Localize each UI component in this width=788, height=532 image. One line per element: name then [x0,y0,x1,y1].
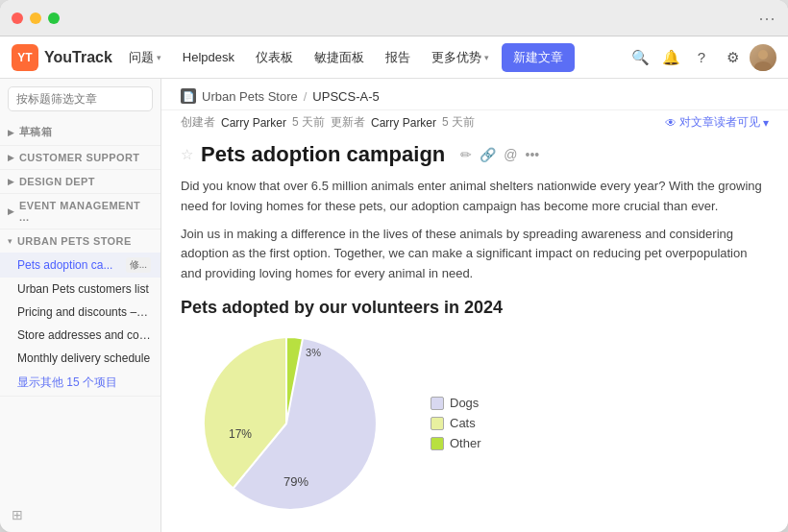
chart-area: 79% 17% 3% Dogs Cats [181,327,769,520]
notifications-icon[interactable]: 🔔 [657,44,684,71]
chevron-down-icon: ▾ [763,116,769,130]
nav-issues[interactable]: 问题 ▾ [120,44,170,71]
breadcrumb-separator: / [304,89,308,104]
created-label: 创建者 [181,114,215,131]
link-icon[interactable]: 🔗 [480,147,496,162]
show-more-button[interactable]: 显示其他 15 个项目 [0,370,160,396]
sidebar-events-toggle[interactable]: ▶ EVENT MANAGEMENT ... [0,194,160,229]
dogs-color-swatch [431,397,444,410]
nav-reports[interactable]: 报告 [377,44,419,71]
nav-more[interactable]: 更多优势 ▾ [423,44,498,71]
updated-label: 更新者 [331,114,365,131]
visibility-button[interactable]: 👁 对文章读者可见 ▾ [665,114,769,131]
legend-label-dogs: Dogs [450,396,479,410]
sidebar-item-delivery[interactable]: Monthly delivery schedule [0,347,160,370]
sidebar: ▶ 草稿箱 ▶ CUSTOMER SUPPORT ▶ DESIGN DEPT [0,79,161,532]
legend-label-cats: Cats [450,416,476,430]
author-name[interactable]: Carry Parker [221,116,286,130]
article-paragraph-2: Join us in making a difference in the li… [181,225,769,284]
sidebar-section-drafts: ▶ 草稿箱 [0,119,160,146]
chevron-down-icon: ▾ [8,236,12,246]
new-article-button[interactable]: 新建文章 [502,43,575,72]
breadcrumb-article-id[interactable]: UPSCS-A-5 [312,89,379,104]
article-actions: ✏ 🔗 @ ••• [460,147,539,162]
article-title: Pets adoption campaign [201,142,445,167]
sidebar-urban-pets-toggle[interactable]: ▾ URBAN PETS STORE [0,230,160,253]
sidebar-section-customer-support: ▶ CUSTOMER SUPPORT [0,146,160,170]
help-icon[interactable]: ? [688,44,715,71]
updated-time: 5 天前 [442,114,475,131]
legend-item-other: Other [431,436,481,450]
nav-logo[interactable]: YT YouTrack [12,44,112,71]
nav-dashboard[interactable]: 仪表板 [247,44,302,71]
pie-chart: 79% 17% 3% [181,327,411,520]
app-window: ⋯ YT YouTrack 问题 ▾ Helpdesk 仪表板 敏捷面板 报告 … [0,0,788,532]
sidebar-section-design: ▶ DESIGN DEPT [0,170,160,194]
search-button[interactable]: 🔍 [627,44,653,71]
youtrack-logo-icon: YT [12,44,38,71]
sidebar-item-addresses[interactable]: Store addresses and conta... [0,324,160,347]
eye-icon: 👁 [665,116,677,130]
content-area: 📄 Urban Pets Store / UPSCS-A-5 创建者 Carry… [161,79,788,532]
legend-item-dogs: Dogs [431,396,481,410]
nav-agile[interactable]: 敏捷面板 [306,44,373,71]
created-time: 5 天前 [292,114,325,131]
main-area: ▶ 草稿箱 ▶ CUSTOMER SUPPORT ▶ DESIGN DEPT [0,79,788,532]
svg-text:17%: 17% [229,427,252,441]
svg-text:79%: 79% [283,474,308,489]
nav-helpdesk[interactable]: Helpdesk [174,45,243,69]
sidebar-section-events: ▶ EVENT MANAGEMENT ... [0,194,160,230]
navbar: YT YouTrack 问题 ▾ Helpdesk 仪表板 敏捷面板 报告 更多… [0,36,788,79]
updated-author-name[interactable]: Carry Parker [371,116,436,130]
legend-item-cats: Cats [431,416,481,430]
chevron-right-icon: ▶ [8,128,14,137]
article-paragraph-1: Did you know that over 6.5 million anima… [181,177,769,217]
collapse-sidebar-icon[interactable]: ⊞ [8,505,27,524]
cats-color-swatch [431,417,444,430]
edit-icon[interactable]: ✏ [460,147,472,162]
more-icon[interactable]: ••• [525,147,539,162]
maximize-button[interactable] [48,12,60,24]
article-body: Did you know that over 6.5 million anima… [161,171,788,294]
more-options-icon[interactable]: ⋯ [758,8,776,29]
chevron-right-icon: ▶ [8,206,14,216]
sidebar-section-urban-pets: ▾ URBAN PETS STORE Pets adoption ca... 修… [0,230,160,397]
brand-name: YouTrack [44,49,112,66]
sidebar-item-pricing[interactable]: Pricing and discounts – NDA [0,301,160,324]
minimize-button[interactable] [30,12,41,24]
chart-section: Pets adopted by our volunteers in 2024 [161,294,788,529]
store-icon: 📄 [181,88,196,104]
sidebar-drafts-toggle[interactable]: ▶ 草稿箱 [0,119,160,145]
sidebar-design-toggle[interactable]: ▶ DESIGN DEPT [0,170,160,193]
chevron-down-icon: ▾ [484,53,489,62]
chevron-right-icon: ▶ [8,153,14,162]
other-color-swatch [431,437,444,450]
sidebar-item-pets-adoption[interactable]: Pets adoption ca... 修... [0,253,160,278]
chart-legend: Dogs Cats Other [431,396,481,450]
chevron-down-icon: ▾ [157,53,161,62]
close-button[interactable] [12,12,23,24]
sidebar-bottom: ⊞ [0,497,160,532]
sidebar-item-customers-list[interactable]: Urban Pets customers list [0,278,160,301]
meta-bar: 创建者 Carry Parker 5 天前 更新者 Carry Parker 5… [161,110,788,136]
breadcrumb: 📄 Urban Pets Store / UPSCS-A-5 [161,79,788,110]
svg-text:3%: 3% [306,347,321,358]
chart-title: Pets adopted by our volunteers in 2024 [181,298,769,318]
chevron-right-icon: ▶ [8,177,14,186]
settings-icon[interactable]: ⚙ [719,44,746,71]
star-icon[interactable]: ☆ [181,146,193,163]
article-header: ☆ Pets adoption campaign ✏ 🔗 @ ••• [161,136,788,171]
mention-icon[interactable]: @ [504,147,517,162]
svg-point-0 [758,50,768,60]
visibility-label: 对文章读者可见 [679,114,760,131]
article-search-input[interactable] [8,86,153,111]
user-avatar[interactable] [750,44,776,71]
traffic-lights [12,12,60,24]
titlebar: ⋯ [0,0,788,36]
legend-label-other: Other [450,436,481,450]
svg-point-1 [754,61,772,71]
breadcrumb-store[interactable]: Urban Pets Store [202,89,298,104]
sidebar-customer-support-toggle[interactable]: ▶ CUSTOMER SUPPORT [0,146,160,169]
